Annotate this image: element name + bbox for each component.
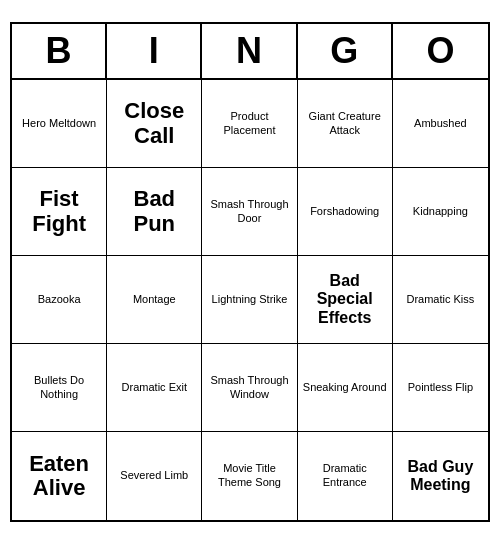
bingo-cell-18[interactable]: Sneaking Around: [298, 344, 393, 432]
bingo-cell-15[interactable]: Bullets Do Nothing: [12, 344, 107, 432]
bingo-cell-7[interactable]: Smash Through Door: [202, 168, 297, 256]
bingo-header: BINGO: [12, 24, 488, 80]
bingo-cell-0[interactable]: Hero Meltdown: [12, 80, 107, 168]
bingo-cell-1[interactable]: Close Call: [107, 80, 202, 168]
bingo-cell-2[interactable]: Product Placement: [202, 80, 297, 168]
bingo-cell-6[interactable]: Bad Pun: [107, 168, 202, 256]
bingo-cell-10[interactable]: Bazooka: [12, 256, 107, 344]
bingo-letter-n: N: [202, 24, 297, 78]
bingo-cell-14[interactable]: Dramatic Kiss: [393, 256, 488, 344]
bingo-grid: Hero MeltdownClose CallProduct Placement…: [12, 80, 488, 520]
bingo-card: BINGO Hero MeltdownClose CallProduct Pla…: [10, 22, 490, 522]
bingo-cell-13[interactable]: Bad Special Effects: [298, 256, 393, 344]
bingo-letter-o: O: [393, 24, 488, 78]
bingo-cell-21[interactable]: Severed Limb: [107, 432, 202, 520]
bingo-cell-23[interactable]: Dramatic Entrance: [298, 432, 393, 520]
bingo-cell-19[interactable]: Pointless Flip: [393, 344, 488, 432]
bingo-cell-20[interactable]: Eaten Alive: [12, 432, 107, 520]
bingo-cell-24[interactable]: Bad Guy Meeting: [393, 432, 488, 520]
bingo-cell-22[interactable]: Movie Title Theme Song: [202, 432, 297, 520]
bingo-cell-16[interactable]: Dramatic Exit: [107, 344, 202, 432]
bingo-cell-12[interactable]: Lightning Strike: [202, 256, 297, 344]
bingo-cell-3[interactable]: Giant Creature Attack: [298, 80, 393, 168]
bingo-cell-17[interactable]: Smash Through Window: [202, 344, 297, 432]
bingo-cell-9[interactable]: Kidnapping: [393, 168, 488, 256]
bingo-cell-4[interactable]: Ambushed: [393, 80, 488, 168]
bingo-letter-g: G: [298, 24, 393, 78]
bingo-letter-b: B: [12, 24, 107, 78]
bingo-letter-i: I: [107, 24, 202, 78]
bingo-cell-8[interactable]: Forshadowing: [298, 168, 393, 256]
bingo-cell-5[interactable]: Fist Fight: [12, 168, 107, 256]
bingo-cell-11[interactable]: Montage: [107, 256, 202, 344]
